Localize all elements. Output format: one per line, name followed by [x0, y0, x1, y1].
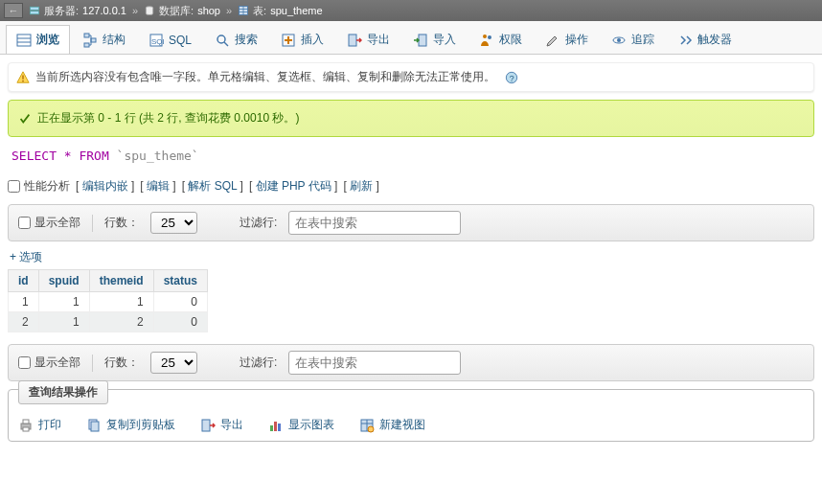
table-row: 1 1 1 0	[9, 292, 208, 312]
success-text: 正在显示第 0 - 1 行 (共 2 行, 查询花费 0.0010 秒。)	[37, 110, 299, 126]
tab-triggers-label: 触发器	[697, 32, 732, 48]
col-spuid[interactable]: spuid	[38, 270, 89, 292]
svg-rect-36	[270, 425, 273, 431]
tab-operations[interactable]: 操作	[535, 25, 599, 54]
copy-label: 复制到剪贴板	[106, 417, 175, 433]
server-icon	[29, 5, 40, 16]
options-toggle[interactable]: + 选项	[10, 249, 812, 265]
sql-query: SELECT * FROM `spu_theme`	[8, 145, 814, 171]
tab-privileges-label: 权限	[499, 32, 522, 48]
export-button[interactable]: 导出	[200, 417, 243, 433]
edit-inline-link[interactable]: 编辑内嵌	[82, 179, 128, 193]
triggers-icon	[677, 33, 693, 48]
filter-input-bottom[interactable]	[288, 351, 461, 375]
tab-privileges[interactable]: 权限	[468, 25, 533, 54]
export-label: 导出	[220, 417, 243, 433]
show-all-label: 显示全部	[34, 215, 80, 231]
divider	[92, 355, 93, 372]
copy-button[interactable]: 复制到剪贴板	[86, 417, 175, 433]
svg-rect-7	[17, 34, 31, 46]
svg-rect-31	[23, 420, 29, 424]
svg-rect-34	[91, 422, 99, 431]
refresh-link[interactable]: 刷新	[350, 179, 373, 193]
cell: 2	[9, 312, 39, 332]
rows-select-top[interactable]: 25	[150, 212, 197, 234]
svg-point-25	[617, 38, 621, 42]
sql-table: `spu_theme`	[117, 149, 199, 163]
tab-insert[interactable]: 插入	[270, 25, 334, 54]
crumb-server-link[interactable]: 127.0.0.1	[82, 5, 126, 16]
tab-browse[interactable]: 浏览	[6, 25, 70, 54]
tab-sql[interactable]: SQL SQL	[138, 25, 202, 54]
sql-from: FROM	[79, 149, 108, 163]
tab-triggers[interactable]: 触发器	[667, 25, 742, 54]
svg-text:SQL: SQL	[151, 37, 164, 46]
create-view-button[interactable]: 新建视图	[359, 417, 425, 433]
crumb-database[interactable]: 数据库: shop	[144, 4, 220, 18]
tab-browse-label: 浏览	[36, 32, 59, 48]
options-link[interactable]: + 选项	[10, 250, 42, 263]
tabs: 浏览 结构 SQL SQL 搜索 插入 导出 导入 权限 操作 追踪 触发器	[0, 21, 822, 55]
svg-rect-1	[31, 11, 39, 14]
divider	[92, 215, 93, 232]
chart-button[interactable]: 显示图表	[268, 417, 334, 433]
show-all-check-top[interactable]	[18, 217, 31, 229]
crumb-db-link[interactable]: shop	[197, 5, 220, 16]
cell: 1	[38, 312, 89, 332]
svg-text:?: ?	[510, 73, 514, 82]
crumb-sep: »	[132, 5, 138, 16]
help-icon[interactable]: ?	[505, 71, 518, 84]
col-id[interactable]: id	[9, 270, 39, 292]
rows-label-b: 行数：	[104, 355, 139, 371]
back-button[interactable]: ←	[4, 3, 23, 18]
svg-point-23	[488, 35, 491, 39]
print-icon	[18, 418, 34, 433]
tab-export-label: 导出	[367, 32, 390, 48]
tab-structure[interactable]: 结构	[72, 25, 136, 54]
export-icon	[347, 33, 362, 48]
show-all-bottom[interactable]: 显示全部	[18, 355, 80, 371]
table-row: 2 1 2 0	[9, 312, 208, 332]
print-button[interactable]: 打印	[18, 417, 61, 433]
tab-tracking[interactable]: 追踪	[601, 25, 665, 54]
check-icon	[18, 112, 32, 126]
create-php-link[interactable]: 创建 PHP 代码	[256, 179, 331, 193]
crumb-table-link[interactable]: spu_theme	[270, 5, 322, 16]
cell: 0	[153, 312, 207, 332]
crumb-table[interactable]: 表: spu_theme	[238, 4, 323, 18]
breadcrumb-bar: ← 服务器: 127.0.0.1 » 数据库: shop » 表: spu_th…	[0, 0, 822, 21]
explain-link[interactable]: 解析 SQL	[188, 179, 237, 193]
filter-input-top[interactable]	[288, 211, 461, 235]
sql-select: SELECT	[11, 149, 57, 163]
tab-import[interactable]: 导入	[402, 25, 467, 54]
toolbar-bottom: 显示全部 行数： 25 过滤行:	[8, 344, 814, 381]
table-icon	[238, 5, 249, 16]
svg-rect-21	[419, 34, 426, 46]
crumb-table-label: 表:	[253, 4, 266, 18]
tab-export[interactable]: 导出	[336, 25, 400, 54]
tab-sql-label: SQL	[169, 34, 192, 47]
cell: 1	[89, 292, 153, 312]
svg-rect-35	[202, 420, 210, 431]
browse-icon	[16, 33, 32, 48]
profiling-check[interactable]	[8, 180, 20, 193]
rows-select-bottom[interactable]: 25	[150, 352, 197, 374]
show-all-top[interactable]: 显示全部	[18, 215, 80, 231]
col-status[interactable]: status	[153, 270, 207, 292]
import-icon	[413, 33, 428, 48]
edit-link[interactable]: 编辑	[147, 179, 170, 193]
svg-point-22	[483, 34, 487, 38]
sql-icon: SQL	[148, 33, 164, 48]
result-table: id spuid themeid status 1 1 1 0 2 1 2 0	[8, 269, 208, 332]
svg-point-42	[368, 426, 374, 432]
crumb-db-label: 数据库:	[159, 4, 194, 18]
tab-search[interactable]: 搜索	[204, 25, 268, 54]
toolbar-top: 显示全部 行数： 25 过滤行:	[8, 204, 814, 241]
crumb-server[interactable]: 服务器: 127.0.0.1	[29, 4, 126, 18]
tab-tracking-label: 追踪	[631, 32, 654, 48]
show-all-check-bottom[interactable]	[18, 356, 31, 369]
col-themeid[interactable]: themeid	[89, 270, 153, 292]
insert-icon	[281, 33, 296, 48]
profiling-checkbox[interactable]: 性能分析	[8, 178, 70, 195]
table-header-row: id spuid themeid status	[9, 270, 208, 292]
